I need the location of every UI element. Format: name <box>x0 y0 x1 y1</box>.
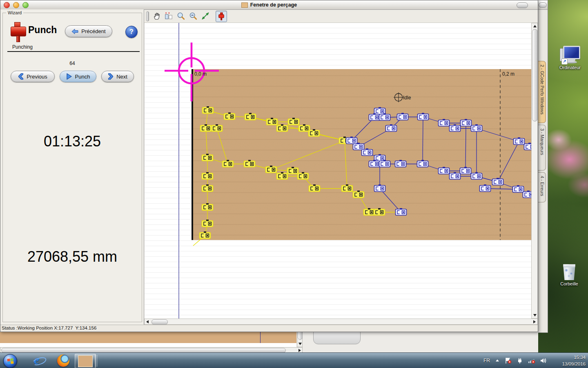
window-title: Fenetre de perçage <box>250 2 297 8</box>
titlebar[interactable]: Fenetre de perçage <box>0 0 538 10</box>
power-plug-icon[interactable] <box>517 357 523 364</box>
background-window-bottom <box>0 332 538 352</box>
hand-icon <box>153 12 161 20</box>
distance-readout: 27068,55 mm <box>3 248 142 265</box>
punch-button[interactable]: Punch <box>60 71 96 82</box>
internet-explorer-icon[interactable]: e <box>33 355 45 367</box>
step-title: Punch <box>28 25 57 36</box>
scrollbar-thumb[interactable] <box>532 29 538 121</box>
elapsed-time: 01:13:25 <box>3 133 142 150</box>
scroll-down-arrow-icon[interactable] <box>298 343 302 345</box>
status-bar: Status :Working Position X:17.727 Y:134.… <box>0 325 538 331</box>
scroll-right-arrow-icon[interactable] <box>533 320 536 323</box>
step-subtitle: Punching <box>12 44 33 50</box>
magnifier-icon <box>177 12 185 20</box>
recycle-bin-icon <box>562 264 576 280</box>
magnifier-minus-icon <box>189 12 197 20</box>
taskbar: e FR <box>0 352 588 368</box>
computer-icon: ↗ <box>561 46 579 64</box>
language-indicator[interactable]: FR <box>483 358 490 364</box>
toolbar-grip[interactable] <box>146 11 149 21</box>
punch-tool-icon <box>217 12 225 20</box>
clock-date: 13/09/2016 <box>562 361 586 367</box>
vertical-scrollbar[interactable] <box>531 23 538 319</box>
canvas-scene: 0,0 m 0,2 m Idle <box>145 23 531 319</box>
next-button[interactable]: Next <box>101 71 134 82</box>
previous-button[interactable]: Previous <box>11 71 55 82</box>
machine-state-label: Idle <box>403 95 411 101</box>
horizontal-scrollbar[interactable] <box>144 319 538 325</box>
ruler-label: 0,2 m <box>502 71 514 77</box>
expand-arrows-icon <box>201 12 209 20</box>
side-tab-marqueurs[interactable]: 3 - Marqueurs <box>537 125 546 171</box>
scroll-up-arrow-icon[interactable] <box>533 25 537 27</box>
start-button[interactable] <box>3 354 17 368</box>
background-canvas-white <box>0 343 296 347</box>
back-arrow-icon <box>71 29 78 34</box>
taskbar-app-button-percage[interactable] <box>75 354 96 368</box>
wizard-group-label: Wizard <box>6 10 23 15</box>
pages-icon <box>165 12 173 20</box>
punch-counter: 64 <box>3 61 142 66</box>
scrollbar-thumb[interactable] <box>151 319 168 325</box>
wizard-panel: Wizard Punch Précédent ? Punching 64 Pre <box>0 9 144 325</box>
collapse-pill-button[interactable] <box>517 2 528 8</box>
system-tray: FR <box>483 353 547 368</box>
play-icon <box>66 73 72 80</box>
zoom-out-tool-button[interactable] <box>188 11 198 21</box>
pan-hand-tool-button[interactable] <box>151 11 162 21</box>
scroll-down-arrow-icon[interactable] <box>533 314 537 316</box>
window-icon <box>241 2 248 8</box>
separator-line <box>7 51 140 52</box>
desktop-icon-label: Corbeille <box>552 281 586 286</box>
punch-tool-button[interactable] <box>216 11 227 22</box>
windows-logo-icon <box>7 358 13 364</box>
clock-time: 15:34 <box>562 354 586 361</box>
side-tab-gcode-perfo[interactable]: 2 - GCode Perfo Windows <box>537 61 546 123</box>
drilling-window: Fenetre de perçage Wizard Punch Précéden… <box>0 0 538 332</box>
background-horizontal-scrollbar[interactable] <box>0 347 303 353</box>
clock[interactable]: 15:34 13/09/2016 <box>562 354 586 367</box>
speaker-icon[interactable] <box>540 357 547 364</box>
scroll-right-arrow-icon[interactable] <box>298 349 301 352</box>
desktop-icon-computer[interactable]: ↗ Ordinateur <box>553 46 587 70</box>
wizard-groupbox: Wizard Punch Précédent ? Punching 64 Pre <box>2 13 142 322</box>
hidden-icons-chevron-icon[interactable] <box>495 359 500 363</box>
fit-to-screen-tool-button[interactable] <box>200 11 211 21</box>
chevron-right-icon <box>108 73 114 80</box>
app-thumbnail <box>78 355 93 367</box>
scroll-left-arrow-icon[interactable] <box>146 320 149 323</box>
chevron-left-icon <box>18 73 24 80</box>
desktop-icon-label: Ordinateur <box>553 65 587 70</box>
drilling-canvas[interactable]: 0,0 m 0,2 m Idle <box>145 23 531 319</box>
origin-label: 0,0 m <box>194 71 207 77</box>
zoom-in-tool-button[interactable] <box>176 11 186 21</box>
background-canvas-strip <box>0 332 296 343</box>
background-window-collapse-button[interactable] <box>539 2 547 8</box>
action-center-flag-icon[interactable] <box>505 357 512 364</box>
help-button[interactable]: ? <box>125 26 138 38</box>
punch-icon <box>11 22 25 41</box>
background-window-edge: 2 - GCode Perfo Windows 3 - Marqueurs 4 … <box>537 0 548 333</box>
desktop-icon-recycle-bin[interactable]: Corbeille <box>552 264 586 286</box>
firefox-icon[interactable] <box>57 355 69 367</box>
fit-pages-tool-button[interactable] <box>163 11 174 21</box>
canvas-toolbar <box>144 10 538 23</box>
network-status-icon[interactable] <box>528 357 535 364</box>
precedent-button[interactable]: Précédent <box>65 25 112 37</box>
shortcut-arrow-icon: ↗ <box>561 58 568 65</box>
side-tab-erreurs[interactable]: 4 - Erreurs <box>537 172 546 202</box>
